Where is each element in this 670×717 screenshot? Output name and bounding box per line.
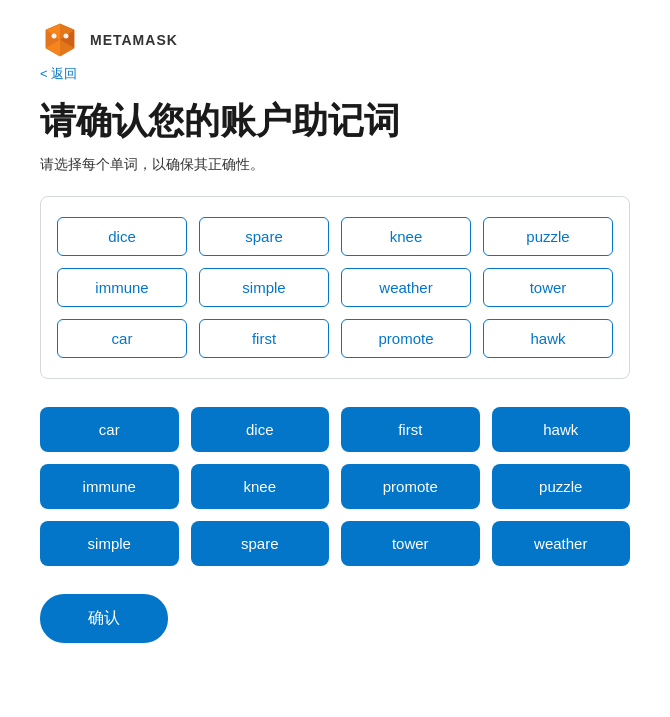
word-grid-container: dicesparekneepuzzleimmunesimpleweatherto… <box>40 196 630 379</box>
word-cell[interactable]: immune <box>57 268 187 307</box>
svg-point-8 <box>64 34 69 39</box>
word-grid: dicesparekneepuzzleimmunesimpleweatherto… <box>57 217 613 358</box>
page-title: 请确认您的账户助记词 <box>40 99 630 142</box>
selected-word-button[interactable]: dice <box>191 407 330 452</box>
selected-word-button[interactable]: first <box>341 407 480 452</box>
selected-word-button[interactable]: simple <box>40 521 179 566</box>
selected-word-button[interactable]: knee <box>191 464 330 509</box>
word-cell[interactable]: promote <box>341 319 471 358</box>
selected-word-button[interactable]: tower <box>341 521 480 566</box>
selected-word-button[interactable]: weather <box>492 521 631 566</box>
word-cell[interactable]: first <box>199 319 329 358</box>
metamask-logo <box>40 20 80 60</box>
brand-label: METAMASK <box>90 32 178 48</box>
word-cell[interactable]: weather <box>341 268 471 307</box>
word-cell[interactable]: hawk <box>483 319 613 358</box>
confirm-button[interactable]: 确认 <box>40 594 168 643</box>
word-cell[interactable]: knee <box>341 217 471 256</box>
selected-word-button[interactable]: immune <box>40 464 179 509</box>
word-cell[interactable]: car <box>57 319 187 358</box>
word-cell[interactable]: simple <box>199 268 329 307</box>
word-cell[interactable]: dice <box>57 217 187 256</box>
selected-word-button[interactable]: hawk <box>492 407 631 452</box>
selected-word-button[interactable]: promote <box>341 464 480 509</box>
word-cell[interactable]: puzzle <box>483 217 613 256</box>
word-cell[interactable]: spare <box>199 217 329 256</box>
selected-word-button[interactable]: car <box>40 407 179 452</box>
selected-word-button[interactable]: puzzle <box>492 464 631 509</box>
app-header: METAMASK <box>40 20 630 60</box>
selected-word-button[interactable]: spare <box>191 521 330 566</box>
back-button[interactable]: < 返回 <box>40 65 77 83</box>
page-subtitle: 请选择每个单词，以确保其正确性。 <box>40 156 630 174</box>
selected-words-grid: cardicefirsthawkimmunekneepromotepuzzles… <box>40 407 630 566</box>
svg-point-7 <box>52 34 57 39</box>
word-cell[interactable]: tower <box>483 268 613 307</box>
